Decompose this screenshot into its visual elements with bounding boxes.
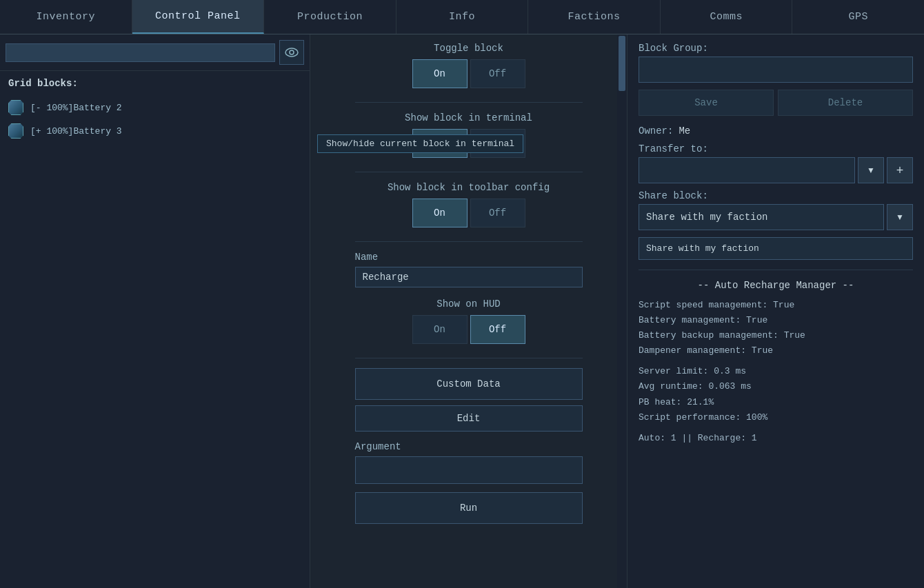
toggle-block-off-button[interactable]: Off [470,59,525,88]
divider [355,358,583,358]
argument-label: Argument [355,441,583,452]
center-panel: Toggle block On Off Show block in termin… [310,34,627,588]
divider [355,241,583,242]
transfer-dropdown-button[interactable]: ▼ [858,157,884,183]
block-group-label: Block Group: [639,43,913,54]
block-list: [- 100%]Battery 2 [+ 100%]Battery 3 [0,93,310,145]
search-bar [0,34,310,71]
share-row: ▼ [639,204,913,230]
share-value-display: Share with my faction [639,237,913,260]
transfer-input[interactable] [639,157,855,183]
custom-data-button[interactable]: Custom Data [355,368,583,400]
info-divider [639,270,913,270]
argument-section: Argument [355,441,583,484]
show-terminal-section: Show block in terminal On Off [355,112,583,158]
chevron-down-icon: ▼ [867,165,875,175]
show-terminal-label: Show block in terminal [355,112,583,123]
tab-inventory[interactable]: Inventory [0,0,132,34]
scrollbar-thumb[interactable] [619,36,625,91]
share-section: Share block: ▼ [639,190,913,230]
name-input[interactable] [355,267,583,287]
tab-bar: Inventory Control Panel Production Info … [0,0,924,34]
name-field-label: Name [355,252,583,263]
script-info: Script speed management: True Battery ma… [639,298,913,446]
tab-control-panel[interactable]: Control Panel [132,0,265,34]
name-section: Name [355,252,583,287]
tab-factions[interactable]: Factions [528,0,661,34]
transfer-row: ▼ + [639,157,913,183]
show-toolbar-label: Show block in toolbar config [355,182,583,193]
action-row: Save Delete [639,90,913,116]
eye-icon [285,48,299,57]
block-icon [8,123,23,139]
delete-button[interactable]: Delete [778,90,913,116]
show-terminal-on-button[interactable]: On [412,129,468,158]
toggle-block-section: Toggle block On Off [355,43,583,88]
block-group-input[interactable] [639,57,913,83]
tab-production[interactable]: Production [264,0,396,34]
owner-value: Me [679,125,690,136]
toggle-block-row: On Off [355,59,583,88]
plus-icon: + [896,163,904,178]
chevron-down-icon: ▼ [896,212,904,222]
show-toolbar-off-button[interactable]: Off [470,199,525,227]
divider [355,102,583,103]
svg-point-1 [290,50,294,54]
main-layout: Grid blocks: [- 100%]Battery 2 [+ 100%]B… [0,34,924,588]
owner-row: Owner: Me [639,125,913,136]
show-hud-label: Show on HUD [355,298,583,310]
share-label: Share block: [639,190,913,201]
share-dropdown-button[interactable]: ▼ [887,204,913,230]
transfer-label: Transfer to: [639,143,913,154]
right-panel: Block Group: Save Delete Owner: Me Trans… [627,34,924,588]
show-toolbar-section: Show block in toolbar config On Off [355,182,583,227]
argument-input[interactable] [355,456,583,484]
scrollbar-track[interactable] [617,34,627,588]
share-input[interactable] [639,204,884,230]
left-panel: Grid blocks: [- 100%]Battery 2 [+ 100%]B… [0,34,310,588]
list-item[interactable]: [- 100%]Battery 2 [0,96,310,119]
toggle-block-label: Toggle block [355,43,583,54]
tab-gps[interactable]: GPS [792,0,924,34]
run-button[interactable]: Run [355,492,583,524]
owner-label: Owner: [639,125,673,136]
list-item[interactable]: [+ 100%]Battery 3 [0,119,310,143]
block-icon [8,100,23,115]
show-toolbar-row: On Off [355,199,583,227]
edit-button[interactable]: Edit [355,405,583,432]
show-terminal-row: On Off [355,129,583,158]
transfer-plus-button[interactable]: + [887,157,913,183]
transfer-section: Transfer to: ▼ + [639,143,913,183]
search-input[interactable] [6,43,275,62]
svg-point-0 [285,48,298,57]
save-button[interactable]: Save [639,90,774,116]
block-group-section: Block Group: [639,43,913,83]
show-hud-off-button[interactable]: Off [470,315,525,344]
divider [355,172,583,172]
eye-icon-button[interactable] [279,40,304,65]
grid-blocks-label: Grid blocks: [0,71,310,93]
tab-comms[interactable]: Comms [661,0,793,34]
tab-info[interactable]: Info [396,0,529,34]
auto-recharge-header: -- Auto Recharge Manager -- [639,280,913,291]
show-terminal-off-button[interactable]: Off [470,129,525,158]
toggle-block-on-button[interactable]: On [412,59,468,88]
show-hud-row: On Off [355,315,583,344]
show-hud-section: Show on HUD On Off [355,298,583,344]
show-toolbar-on-button[interactable]: On [412,199,468,227]
show-hud-on-button[interactable]: On [412,315,468,344]
